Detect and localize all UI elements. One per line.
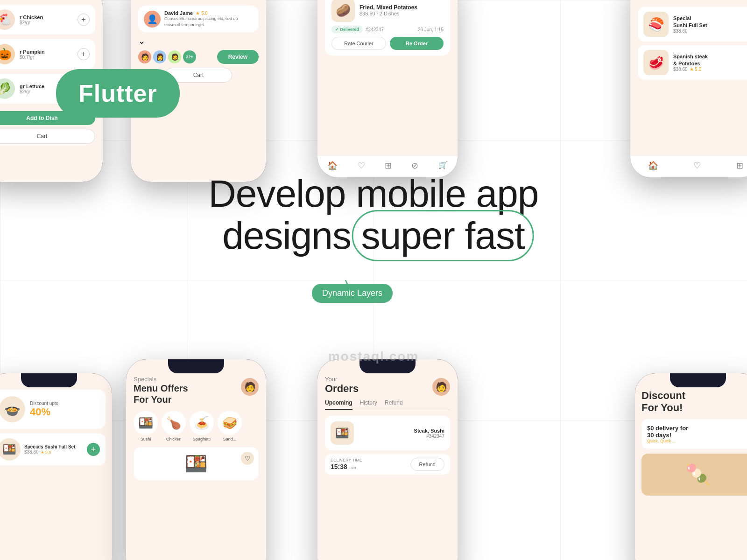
- chicken-info: r Chicken $2/gr: [20, 14, 73, 25]
- chicken-cat-icon: 🍗: [162, 411, 186, 435]
- specials-menu-title: Menu OffersFor Your: [134, 383, 259, 405]
- steak-price: $38.60: [673, 67, 688, 72]
- heart-icon-tr[interactable]: ♡: [693, 161, 701, 171]
- order-status-row: ✓ Delivered #342347 26 Jun, 1:15: [331, 26, 444, 33]
- phone-tr-screen: All Dishes 🍣 SpecialSushi Full Set $38.6…: [630, 0, 747, 177]
- discount-percent: 40%: [30, 406, 99, 418]
- delivery-time-display: 15:38 min: [331, 462, 362, 471]
- sandwich-cat-label: Sand...: [223, 437, 237, 441]
- refund-button[interactable]: Refund: [410, 458, 444, 471]
- specials-header: Specials Menu OffersFor Your: [134, 376, 259, 405]
- steak-rating: ★ 5.0: [690, 67, 702, 72]
- review-button[interactable]: Review: [217, 50, 259, 64]
- review-count-badge: 32+: [183, 50, 196, 63]
- dynamic-layers-text: Dynamic Layers: [322, 288, 382, 298]
- free-delivery-card: $0 delivery for30 days! Quick, Quick ...: [641, 419, 747, 449]
- order-item-img: 🍱: [331, 421, 354, 445]
- reorder-button[interactable]: Re Order: [390, 37, 444, 50]
- flutter-badge: Flutter: [56, 69, 180, 118]
- reviewer-avatar: 👤: [144, 11, 161, 28]
- home-icon[interactable]: 🏠: [327, 161, 338, 171]
- mini-avatar-2: 👩: [153, 50, 166, 63]
- delivery-unit: min: [349, 465, 356, 470]
- home-icon-tr[interactable]: 🏠: [648, 161, 658, 171]
- cat-item-sandwich[interactable]: 🥪 Sand...: [218, 411, 242, 441]
- food-disc-img: 🍡: [641, 454, 747, 496]
- headline-super-fast: super fast: [361, 215, 525, 257]
- cat-item-chicken[interactable]: 🍗 Chicken: [162, 411, 186, 441]
- tab-history[interactable]: History: [360, 399, 377, 410]
- rate-courier-button[interactable]: Rate Courier: [331, 37, 386, 50]
- reviewer-comment: Consectetur urna adipiscing elit, sed do…: [164, 16, 253, 28]
- food-card-bcl-icon: 🍱: [139, 453, 253, 475]
- add-chicken-button[interactable]: +: [78, 14, 90, 26]
- specials-stars-1: ★ 5.0: [41, 450, 51, 455]
- order-id: #342347: [366, 27, 384, 32]
- dish-card-sushi: 🍣 SpecialSushi Full Set $38.60: [638, 7, 747, 42]
- lettuce-icon: 🥬: [0, 78, 15, 99]
- grid-icon-tr[interactable]: ⊞: [736, 161, 743, 171]
- specials-icon-1: 🍱: [0, 438, 21, 461]
- spaghetti-cat-icon: 🍝: [190, 411, 214, 435]
- grocery-item-pumpkin: 🎃 r Pumpkin $0.7/gr +: [0, 39, 95, 69]
- sushi-cat-icon: 🍱: [134, 411, 158, 435]
- all-dishes-title: All Dishes: [638, 0, 747, 1]
- category-icons: 🍱 Sushi 🍗 Chicken 🍝 Spaghetti 🥪 Sand...: [134, 411, 259, 441]
- cat-item-spaghetti[interactable]: 🍝 Spaghetti: [190, 411, 214, 441]
- pumpkin-icon: 🎃: [0, 44, 15, 64]
- tab-upcoming[interactable]: Upcoming: [325, 399, 352, 410]
- delivery-label: DELIVERY TIME: [331, 458, 362, 462]
- discount-for-you-title: DiscountFor You!: [641, 390, 747, 414]
- sushi-cat-label: Sushi: [141, 437, 151, 441]
- pumpkin-info: r Pumpkin $0.7/gr: [20, 49, 73, 60]
- discount-food-icon: 🍲: [0, 396, 25, 422]
- dynamic-layers-badge: Dynamic Layers: [312, 284, 393, 303]
- order-item-card: 🍱 Steak, Sushi #342347: [325, 416, 450, 450]
- grid-icon[interactable]: ⊞: [385, 161, 392, 171]
- orders-heading: Orders: [325, 383, 450, 395]
- cat-item-sushi[interactable]: 🍱 Sushi: [134, 411, 158, 441]
- sushi-info: SpecialSushi Full Set $38.60: [673, 15, 747, 34]
- chicken-name: r Chicken: [20, 14, 73, 20]
- discount-icon[interactable]: ⊘: [411, 161, 418, 171]
- mini-avatar-3: 🧔: [168, 50, 181, 63]
- spaghetti-cat-label: Spaghetti: [193, 437, 211, 441]
- mini-avatar-1: 🧑: [138, 50, 151, 63]
- chicken-cat-label: Chicken: [166, 437, 182, 441]
- specials-item-1: 🍱 Specials Sushi Full Set $38.60 ★ 5.0 +: [0, 434, 106, 465]
- discount-label: Discount upto: [30, 401, 99, 406]
- discount-card: 🍲 Discount upto 40%: [0, 390, 106, 429]
- phone-bcl-notch: [168, 359, 224, 373]
- phone-bottom-center-right: 🧑 Your Orders Upcoming History Refund 🍱 …: [317, 359, 458, 560]
- food-disc-item: 🍡: [641, 454, 747, 496]
- heart-button-bcl[interactable]: ♡: [241, 452, 254, 465]
- review-footer: ⌄: [138, 36, 259, 46]
- order-date: 26 Jun, 1:15: [418, 27, 444, 32]
- orders-tabs: Upcoming History Refund: [325, 399, 450, 410]
- grocery-item-chicken: 🐔 r Chicken $2/gr +: [0, 5, 95, 35]
- delivered-badge: ✓ Delivered: [331, 26, 363, 33]
- profile-icon-bcl: 🧑: [241, 378, 259, 396]
- pumpkin-name: r Pumpkin: [20, 49, 73, 55]
- delivery-time-value: 15:38: [331, 463, 347, 470]
- tab-refund[interactable]: Refund: [385, 399, 403, 410]
- specials-add-button-1[interactable]: +: [87, 443, 100, 456]
- sushi-price: $38.60: [673, 28, 747, 34]
- orders-title: Your: [325, 376, 450, 383]
- discount-info: Discount upto 40%: [30, 401, 99, 418]
- delivery-time-info: DELIVERY TIME 15:38 min: [331, 458, 362, 471]
- order-food-icon: 🥔: [331, 0, 355, 22]
- order-item-id: #342347: [414, 434, 444, 439]
- sushi-name: SpecialSushi Full Set: [673, 15, 747, 28]
- cart-button-tl[interactable]: Cart: [0, 129, 95, 144]
- steak-info: Spanish steak& Potatoes $38.60 ★ 5.0: [673, 53, 747, 72]
- phone-bottom-left: 🍲 Discount upto 40% 🍱 Specials Sushi Ful…: [0, 373, 112, 560]
- heart-icon[interactable]: ♡: [358, 161, 365, 171]
- phone-bl-notch: [21, 373, 77, 387]
- order-food-details: Fried, Mixed Potatoes $38.60 · 2 Dishes: [359, 4, 417, 16]
- watermark: mostaql.com: [328, 349, 419, 364]
- add-pumpkin-button[interactable]: +: [78, 48, 90, 60]
- cart-icon[interactable]: 🛒: [438, 161, 448, 171]
- steak-name: Spanish steak& Potatoes: [673, 53, 747, 67]
- phone-top-right: All Dishes 🍣 SpecialSushi Full Set $38.6…: [630, 0, 747, 177]
